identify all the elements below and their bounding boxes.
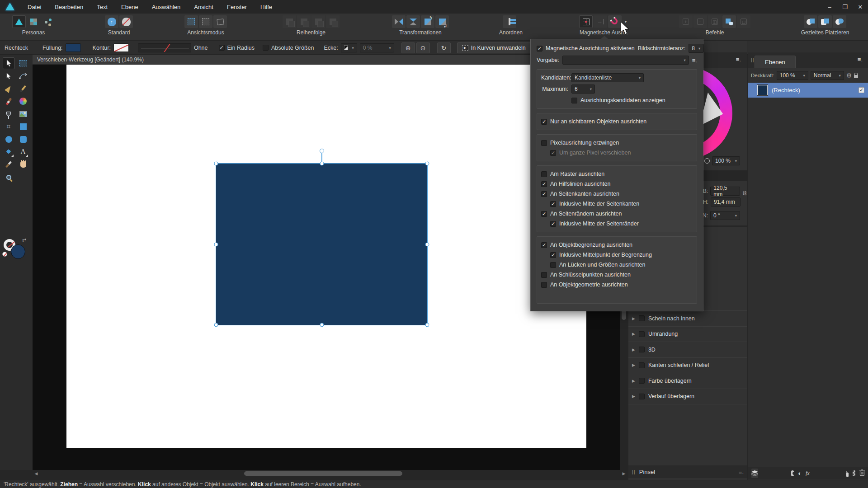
cmd-subtract-icon[interactable]: − [693,15,707,28]
effect-row-inner-glow[interactable]: ▶ Schein nach innen [628,310,747,326]
snap-option-checkbox[interactable] [541,242,547,248]
designer-persona-icon[interactable] [12,15,26,28]
place-inside-icon[interactable] [833,15,846,28]
menu-text[interactable]: Text [90,0,114,14]
menu-ebene[interactable]: Ebene [114,0,145,14]
enable-snapping-checkbox[interactable] [537,46,542,52]
snap-option-checkbox[interactable] [541,191,547,197]
adjustment-layer-icon[interactable]: ◐ [798,470,802,477]
snap-option-checkbox[interactable] [541,171,547,177]
viewmode-outline-icon[interactable] [213,15,227,28]
new-layer-icon[interactable] [846,470,849,477]
layer-visibility-checkbox[interactable] [859,87,864,93]
flip-horizontal-icon[interactable] [392,15,406,28]
transparency-tool[interactable] [3,108,14,120]
layer-row-rechteck[interactable]: (Rechteck) [748,83,868,98]
menu-datei[interactable]: Datei [21,0,48,14]
disclosure-icon[interactable]: ▶ [632,379,635,383]
preset-menu-icon[interactable]: ≡ [692,57,697,64]
brushes-panel-menu-icon[interactable]: ≡ [739,469,744,475]
width-field[interactable]: 120,5 mm [710,187,740,196]
effect-checkbox[interactable] [639,347,645,352]
disclosure-icon[interactable]: ▶ [632,394,635,399]
snap-option-checkbox[interactable] [550,150,556,156]
handle-bottom-right[interactable] [425,323,429,327]
ellipse-tool[interactable] [3,133,14,145]
snap-option-checkbox[interactable] [550,221,556,227]
disclosure-icon[interactable]: ▶ [632,347,635,352]
panel-grip-icon[interactable]: || [751,57,755,62]
effect-row-outline[interactable]: ▶ Umrandung [628,326,747,342]
arrange-align-icon[interactable] [503,15,516,28]
stroke-width-widget[interactable] [138,43,191,52]
order-forward-icon[interactable] [297,15,311,28]
layers-panel-menu-icon[interactable]: ≡ [858,56,863,63]
color-wheel-tool[interactable] [17,95,29,107]
handle-mid-left[interactable] [214,242,218,246]
effect-row-gradient-overlay[interactable]: ▶ Verlauf überlagern [628,389,747,404]
shear-dropdown[interactable]: 0 °▾ [710,211,740,220]
export-persona-icon[interactable] [41,15,55,28]
lock-layer-icon[interactable] [854,75,858,78]
viewmode-retina-icon[interactable] [199,15,212,28]
rotate-ccw-icon[interactable]: ↰ [421,15,434,28]
convert-to-curves-button[interactable]: ▶ In Kurven umwandeln [457,42,531,53]
menu-bearbeiten[interactable]: Bearbeiten [48,0,90,14]
move-tool[interactable] [3,57,14,69]
place-front-icon[interactable] [818,15,832,28]
stroke-swatch[interactable] [113,43,129,52]
place-image-tool[interactable] [17,108,29,120]
show-rotation-center-icon[interactable]: ⊕ [401,42,415,53]
menu-ansicht[interactable]: Ansicht [187,0,220,14]
brushes-panel-tab[interactable]: || Pinsel ≡ [628,465,747,478]
cmd-add-icon[interactable]: + [679,15,693,28]
rotation-handle[interactable] [320,149,324,153]
fill-stroke-selector[interactable]: ⇄ [4,239,27,260]
layers-stack-icon[interactable] [751,469,758,478]
swap-colors-icon[interactable]: ⇄ [22,237,26,243]
corner-percent-dropdown[interactable]: 0 %▾ [360,43,394,52]
snap-move-by-whole-pixels-icon[interactable]: → [594,15,607,28]
menu-hilfe[interactable]: Hilfe [254,0,279,14]
zoom-tool[interactable] [3,171,14,183]
tolerance-dropdown[interactable]: 8▾ [689,44,703,53]
vector-brush-tool[interactable] [3,95,14,107]
layer-thumbnail[interactable] [757,85,768,95]
place-behind-icon[interactable] [804,15,817,28]
snap-option-checkbox[interactable] [550,252,556,258]
crop-tool[interactable]: ⌗ [3,121,14,132]
disclosure-icon[interactable]: ▶ [632,332,635,336]
show-candidates-checkbox[interactable] [571,98,577,103]
mask-layer-icon[interactable] [791,470,794,476]
color-opacity-dropdown[interactable]: 100 %▾ [712,156,740,165]
hand-tool[interactable] [17,159,29,170]
cmd-divide-icon[interactable] [722,15,736,28]
effect-row-bevel[interactable]: ▶ Kanten schleifen / Relief [628,357,747,373]
layer-opacity-dropdown[interactable]: 100 %▾ [777,71,808,80]
cmd-intersect-icon[interactable]: ◫ [708,15,722,28]
handle-mid-right[interactable] [425,242,429,246]
effect-row-color-overlay[interactable]: ▶ Farbe überlagern [628,373,747,389]
snap-grid-icon[interactable] [579,15,593,28]
blend-mode-dropdown[interactable]: Normal▾ [811,71,844,80]
fill-swatch[interactable] [66,43,81,52]
order-to-front-icon[interactable] [283,15,296,28]
horizontal-scrollbar[interactable]: ◀ ▶ [33,470,627,477]
snap-option-checkbox[interactable] [541,181,547,187]
text-tool[interactable]: A [17,146,29,158]
menu-fenster[interactable]: Fenster [220,0,254,14]
scroll-right-icon[interactable]: ▶ [620,470,627,477]
rotate-cw-icon[interactable]: ↲ [435,15,449,28]
node-select-tool[interactable] [3,70,14,82]
cmd-combine-icon[interactable]: ◻ [737,15,750,28]
snap-option-checkbox[interactable] [541,140,547,146]
handle-bottom-left[interactable] [214,323,218,327]
fill-color-well[interactable] [11,244,25,259]
color-picker-tool[interactable] [3,159,14,170]
handle-top-right[interactable] [425,162,429,166]
effect-checkbox[interactable] [639,378,645,384]
order-to-back-icon[interactable] [326,15,340,28]
height-field[interactable]: 91,4 mm [711,197,741,206]
close-button[interactable]: ✕ [853,0,868,14]
handle-top-left[interactable] [214,162,218,166]
